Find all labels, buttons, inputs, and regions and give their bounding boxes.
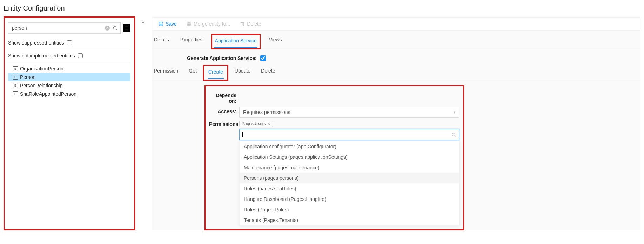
tab-views[interactable]: Views <box>268 35 283 49</box>
entity-item[interactable]: EShaRoleAppointedPerson <box>8 90 130 98</box>
tab-application-service[interactable]: Application Service <box>214 36 257 48</box>
dropdown-item[interactable]: Roles (pages:shaRoles) <box>240 183 459 194</box>
access-label: Access: <box>209 107 239 114</box>
entity-icon: E <box>13 92 18 96</box>
permissions-label: Permissions: <box>209 121 239 127</box>
tab-details[interactable]: Details <box>153 35 170 49</box>
trash-icon <box>240 21 245 26</box>
generate-app-service-checkbox[interactable] <box>260 55 266 61</box>
toolbar: Save Merge entity to... Delete <box>152 17 640 30</box>
permission-tag-label: Pages.Users <box>242 121 266 126</box>
svg-rect-5 <box>187 22 189 23</box>
svg-rect-6 <box>189 22 191 23</box>
generate-app-service-label: Generate Application Service: <box>187 55 257 61</box>
entity-icon: E <box>13 66 18 71</box>
dropdown-item[interactable]: Hangfire Dashboard (Pages.Hangfire) <box>240 194 459 204</box>
text-cursor-icon <box>242 132 243 137</box>
entity-label: PersonRelationship <box>20 83 62 88</box>
subtab-get[interactable]: Get <box>188 65 197 80</box>
show-notimpl-row: Show not implemented entities <box>8 49 130 62</box>
save-label: Save <box>166 21 177 27</box>
svg-line-10 <box>455 136 456 137</box>
entity-item[interactable]: EOrganisationPerson <box>8 65 130 73</box>
svg-rect-8 <box>189 24 191 26</box>
svg-point-0 <box>113 26 116 29</box>
dropdown-item[interactable]: Application Settings (pages:applicationS… <box>240 152 459 162</box>
delete-button: Delete <box>240 21 261 27</box>
collapse-handle-icon[interactable]: ▲ <box>141 16 146 230</box>
entity-label: ShaRoleAppointedPerson <box>20 91 76 97</box>
left-panel: ✕ Show suppressed entities Show not impl… <box>4 16 135 230</box>
merge-icon <box>187 21 192 26</box>
entity-icon: E <box>13 83 18 88</box>
search-icon[interactable] <box>113 26 118 30</box>
show-notimpl-label: Show not implemented entities <box>8 53 75 59</box>
subtab-create[interactable]: Create <box>208 66 224 79</box>
merge-label: Merge entity to... <box>194 21 230 27</box>
svg-rect-3 <box>125 28 129 28</box>
search-wrap: ✕ <box>8 22 121 34</box>
permission-tag[interactable]: Pages.Users✕ <box>239 121 273 127</box>
page-title: Entity Configuration <box>0 0 644 16</box>
create-config-section: Depends on: Access: Requires permissions… <box>204 85 464 230</box>
show-suppressed-checkbox[interactable] <box>67 40 72 45</box>
sub-tabs: Permission Get Create Update Delete <box>152 65 640 80</box>
remove-tag-icon[interactable]: ✕ <box>267 122 270 126</box>
permission-dropdown: Application configurator (app:Configurat… <box>239 141 459 226</box>
depends-on-label: Depends on: <box>209 90 239 104</box>
dropdown-item[interactable]: Persons (pages:persons) <box>240 173 459 183</box>
subtab-update[interactable]: Update <box>234 65 251 80</box>
svg-rect-7 <box>187 24 189 26</box>
svg-rect-2 <box>125 27 129 27</box>
chevron-down-icon: ▾ <box>454 110 456 115</box>
entity-label: OrganisationPerson <box>20 66 63 72</box>
main-tabs: Details Properties Application Service V… <box>152 30 640 49</box>
entity-icon: E <box>13 75 18 80</box>
entity-list: EOrganisationPersonEPersonEPersonRelatio… <box>8 62 130 98</box>
entity-item[interactable]: EPerson <box>8 73 130 81</box>
search-icon <box>451 132 456 137</box>
generate-app-service-row: Generate Application Service: <box>187 55 640 61</box>
dropdown-item[interactable]: Application configurator (app:Configurat… <box>240 141 459 152</box>
dropdown-item[interactable]: Tenants (Pages.Tenants) <box>240 215 459 225</box>
search-input[interactable] <box>12 25 101 31</box>
entity-item[interactable]: EPersonRelationship <box>8 81 130 90</box>
merge-button: Merge entity to... <box>187 21 230 27</box>
svg-point-9 <box>452 133 455 136</box>
permission-tags: Pages.Users✕ <box>239 118 459 127</box>
clear-search-icon[interactable]: ✕ <box>105 26 110 30</box>
svg-line-1 <box>116 29 117 30</box>
subtab-delete[interactable]: Delete <box>260 65 276 80</box>
dropdown-item[interactable]: Roles (Pages.Roles) <box>240 204 459 215</box>
delete-label: Delete <box>247 21 261 27</box>
save-icon <box>159 21 163 26</box>
tab-properties[interactable]: Properties <box>180 35 203 49</box>
access-select[interactable]: Requires permissions ▾ <box>239 107 459 118</box>
svg-rect-4 <box>125 29 129 29</box>
save-button[interactable]: Save <box>159 21 177 27</box>
collapse-list-button[interactable] <box>123 24 130 32</box>
show-suppressed-label: Show suppressed entities <box>8 40 64 46</box>
show-suppressed-row: Show suppressed entities <box>8 36 130 49</box>
right-panel: Save Merge entity to... Delete Details P… <box>152 16 640 230</box>
subtab-permission[interactable]: Permission <box>153 65 179 80</box>
permission-search-input[interactable] <box>239 129 459 140</box>
access-value: Requires permissions <box>243 109 290 115</box>
dropdown-item[interactable]: Maintenance (pages:maintenance) <box>240 162 459 173</box>
show-notimpl-checkbox[interactable] <box>78 53 83 58</box>
entity-label: Person <box>20 74 35 80</box>
